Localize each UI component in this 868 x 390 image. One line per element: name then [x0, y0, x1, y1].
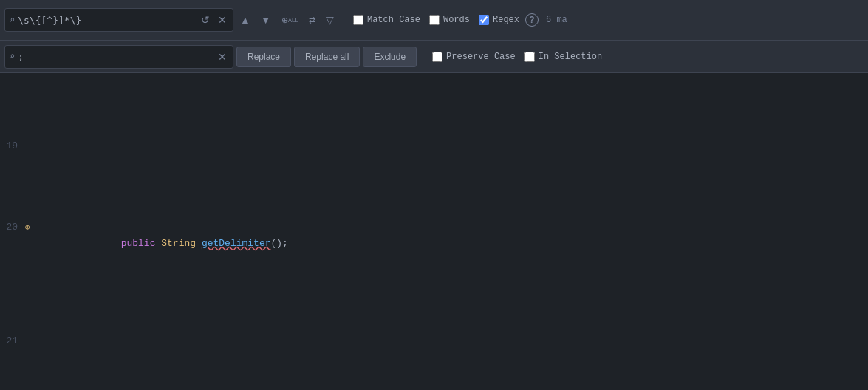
preserve-case-label: Preserve Case	[446, 52, 516, 62]
help-button[interactable]: ?	[525, 13, 539, 27]
editor: 19 20 ⊕ public String getDelimiter(); 21…	[0, 73, 868, 390]
replace-icon: ⌕	[10, 51, 15, 62]
replace-input[interactable]	[18, 51, 213, 62]
regex-label: Regex	[493, 15, 519, 25]
in-selection-checkbox[interactable]	[524, 52, 535, 62]
replace-all-button[interactable]: Replace all	[294, 47, 360, 67]
regex-checkbox[interactable]	[479, 15, 489, 25]
search-input-wrap: ⌕ ↺ ✕	[4, 8, 233, 32]
line-number: 20	[4, 219, 25, 236]
line-code: public String getDelimiter();	[52, 219, 868, 268]
line-code	[52, 138, 868, 154]
line-gutter: ⊕	[25, 219, 52, 236]
code-area[interactable]: 19 20 ⊕ public String getDelimiter(); 21…	[0, 73, 868, 390]
clear-search-button[interactable]: ✕	[216, 14, 228, 26]
match-case-label: Match Case	[367, 15, 420, 25]
line-number: 19	[4, 138, 25, 154]
line-code	[52, 333, 868, 349]
words-label: Words	[443, 15, 470, 25]
exclude-button[interactable]: Exclude	[363, 47, 417, 67]
debug-icon[interactable]: ⊕	[25, 219, 30, 236]
match-case-checkbox[interactable]	[353, 15, 363, 25]
undo-button[interactable]: ↺	[197, 12, 213, 28]
select-all-matches-button[interactable]: ⊕ALL	[278, 13, 302, 27]
toggle-find-replace-button[interactable]: ⇄	[305, 13, 319, 27]
preserve-case-wrap[interactable]: Preserve Case	[429, 50, 519, 64]
search-icon: ⌕	[10, 15, 15, 26]
words-checkbox[interactable]	[429, 15, 440, 25]
match-count: 6 ma	[541, 15, 567, 25]
regex-wrap[interactable]: Regex	[476, 13, 522, 27]
next-match-button[interactable]: ▼	[257, 12, 275, 28]
match-case-wrap[interactable]: Match Case	[350, 13, 423, 27]
in-selection-label: In Selection	[539, 52, 602, 62]
search-input[interactable]	[18, 15, 194, 26]
toolbar: ⌕ ↺ ✕ ▲ ▼ ⊕ALL ⇄ ▽ Match Case Words Rege…	[0, 0, 868, 73]
table-row: 20 ⊕ public String getDelimiter();	[4, 219, 868, 268]
prev-match-button[interactable]: ▲	[236, 12, 254, 28]
replace-row: ⌕ ✕ Replace Replace all Exclude Preserve…	[0, 40, 868, 72]
preserve-case-checkbox[interactable]	[432, 52, 442, 62]
words-wrap[interactable]: Words	[426, 13, 473, 27]
filter-button[interactable]: ▽	[322, 12, 338, 28]
replace-input-wrap: ⌕ ✕	[4, 45, 233, 69]
table-row: 19	[4, 138, 868, 154]
in-selection-wrap[interactable]: In Selection	[522, 50, 605, 64]
search-row: ⌕ ↺ ✕ ▲ ▼ ⊕ALL ⇄ ▽ Match Case Words Rege…	[0, 0, 868, 40]
line-number: 21	[4, 333, 25, 349]
clear-replace-button[interactable]: ✕	[216, 51, 228, 63]
replace-button[interactable]: Replace	[236, 47, 291, 67]
separator-1	[344, 11, 344, 29]
separator-2	[423, 48, 423, 66]
table-row: 21	[4, 333, 868, 349]
